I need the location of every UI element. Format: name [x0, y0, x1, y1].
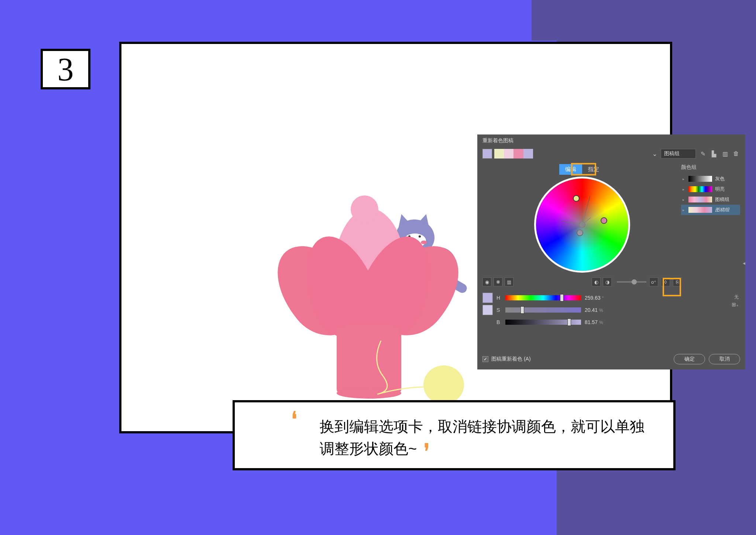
add-color-icon[interactable]: o⁺ — [649, 277, 658, 286]
background-stripe — [532, 0, 557, 41]
wheel-center-marker[interactable] — [579, 221, 585, 228]
step-number-badge: 3 — [41, 49, 90, 89]
panel-footer: ✓ 图稿重新着色 (A) 确定 取消 — [482, 354, 740, 364]
link-harmony-icon[interactable]: ⎘ — [673, 277, 682, 286]
bri-label: B — [496, 319, 502, 325]
bri-slider[interactable] — [505, 320, 581, 325]
step-number: 3 — [58, 51, 74, 88]
caption-box: 换到编辑选项卡，取消链接协调颜色，就可以单独调整形状颜色~❜❜ — [233, 400, 676, 470]
tab-assign[interactable]: 指定 — [582, 164, 605, 175]
recolor-checkbox-label: 图稿重新着色 (A) — [491, 356, 670, 362]
hsb-swatch-main[interactable] — [482, 293, 493, 303]
panel-title: 重新着色图稿 — [482, 137, 513, 144]
saturation-toggle-icon[interactable]: ◑ — [603, 277, 612, 286]
caption-text: 换到编辑选项卡，取消链接协调颜色，就可以单独调整形状颜色~❜❜ — [320, 415, 655, 460]
panel-main: 编辑 指定 ◉ ❋ ▥ ◐ — [482, 164, 682, 332]
artwork-illustration — [298, 177, 464, 380]
colorgroup-swatch — [688, 176, 712, 182]
color-groups-sidebar: 颜色组 ▸ 灰色 ▸ 明亮 ▸ 图稿组 ▸ 图稿组 — [681, 164, 740, 215]
none-color-label: 无 — [734, 294, 739, 300]
colorgroup-swatch — [688, 186, 712, 192]
wheel-marker[interactable] — [601, 217, 607, 224]
adjust-slider[interactable] — [617, 281, 646, 283]
hsb-controls: H 259.63 ° S 20.41 % B 81.57 % — [482, 289, 682, 332]
wheel-controls: ◉ ❋ ▥ ◐ ◑ o⁺ ◊ ⎘ — [482, 275, 682, 289]
tab-edit[interactable]: 编辑 — [559, 164, 582, 175]
preset-dropdown-chevron-icon[interactable]: ⌄ — [650, 150, 659, 158]
folder-icon[interactable]: ▙ — [710, 150, 718, 158]
yarn-ball — [423, 365, 464, 404]
sat-slider[interactable] — [505, 307, 581, 313]
collapse-sidebar-icon[interactable]: ◂ — [743, 260, 745, 266]
segmented-wheel-icon[interactable]: ❋ — [494, 277, 502, 286]
color-wheel[interactable] — [536, 178, 628, 271]
color-grid-icon[interactable]: ⊞₊ — [732, 301, 739, 307]
color-mode-icon[interactable]: ◊ — [661, 277, 670, 286]
current-color-swatch[interactable] — [482, 149, 492, 159]
smooth-wheel-icon[interactable]: ◉ — [482, 277, 491, 286]
colorgroup-swatch — [688, 207, 712, 213]
preset-select[interactable]: 图稿组 — [661, 149, 696, 159]
sat-label: S — [496, 307, 502, 313]
wheel-marker[interactable] — [573, 195, 580, 202]
cancel-button[interactable]: 取消 — [709, 354, 740, 364]
save-group-icon[interactable]: ▥ — [721, 150, 729, 158]
hue-slider[interactable] — [505, 295, 581, 300]
color-group-item[interactable]: ▸ 明亮 — [681, 184, 740, 194]
recolor-checkbox[interactable]: ✓ — [482, 356, 488, 362]
main-frame: 重新着色图稿 ⌄ 图稿组 ✎ ▙ ▥ 🗑 编辑 指定 — [119, 42, 672, 433]
hue-label: H — [496, 295, 502, 301]
color-group-item[interactable]: ▸ 图稿组 — [681, 194, 740, 205]
eyedropper-icon[interactable]: ✎ — [699, 150, 707, 158]
ok-button[interactable]: 确定 — [674, 354, 705, 364]
bri-value[interactable]: 81.57 — [585, 319, 598, 325]
colorgroup-label: 灰色 — [715, 176, 725, 182]
expand-icon[interactable]: ▸ — [683, 187, 685, 191]
sat-value[interactable]: 20.41 — [585, 307, 598, 313]
trash-icon[interactable]: 🗑 — [732, 150, 740, 158]
expand-icon[interactable]: ▸ — [683, 208, 685, 212]
colorgroup-swatch — [688, 197, 712, 202]
hsb-swatch-tint[interactable] — [482, 305, 493, 315]
quote-close-icon: ❜❜ — [424, 436, 425, 467]
color-group-item[interactable]: ▸ 灰色 — [681, 174, 740, 184]
tab-bar: 编辑 指定 — [482, 164, 682, 175]
quote-open-icon: ❛❛ — [292, 407, 292, 431]
brightness-toggle-icon[interactable]: ◐ — [592, 277, 601, 286]
sidebar-title: 颜色组 — [681, 164, 740, 171]
expand-icon[interactable]: ▸ — [683, 177, 685, 181]
expand-icon[interactable]: ▸ — [683, 198, 685, 202]
panel-toolbar: ⌄ 图稿组 ✎ ▙ ▥ 🗑 — [482, 148, 740, 160]
colorgroup-label: 图稿组 — [715, 196, 729, 203]
colorgroup-label: 图稿组 — [715, 207, 729, 213]
wheel-marker[interactable] — [577, 229, 583, 236]
color-group-item[interactable]: ▸ 图稿组 — [681, 205, 740, 215]
color-bars-icon[interactable]: ▥ — [505, 277, 513, 286]
colorgroup-label: 明亮 — [715, 186, 725, 192]
recolor-artwork-panel: 重新着色图稿 ⌄ 图稿组 ✎ ▙ ▥ 🗑 编辑 指定 — [477, 134, 745, 369]
active-color-strip[interactable] — [494, 149, 533, 159]
hue-value[interactable]: 259.63 — [585, 295, 601, 301]
